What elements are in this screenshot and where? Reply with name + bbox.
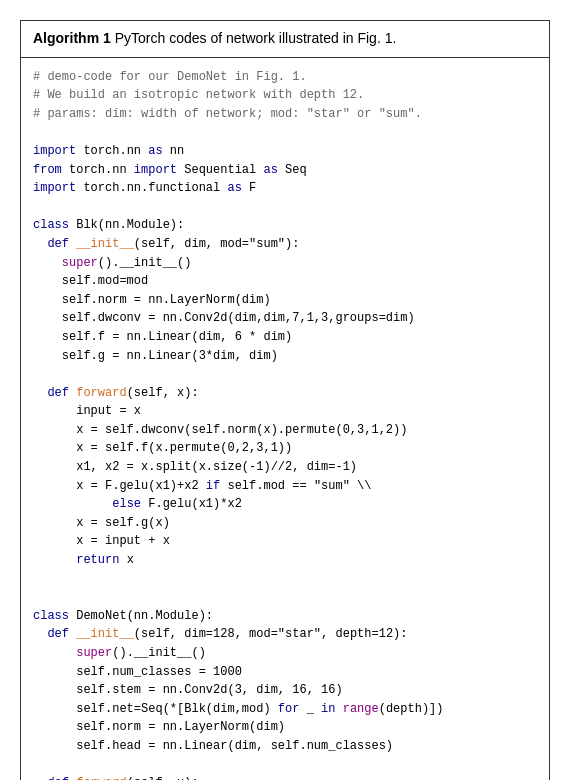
blk-g: self.g = nn.Linear(3*dim, dim) <box>62 349 278 363</box>
blk-x4b: else F.gelu(x1)*x2 <box>62 497 242 511</box>
blk-x2: x = self.f(x.permute(0,2,3,1)) <box>62 441 292 455</box>
blk-init-def: def __init__(self, dim, mod="sum"): <box>47 237 299 251</box>
demonet-init-def: def __init__(self, dim=128, mod="star", … <box>47 627 407 641</box>
blk-super: super().__init__() <box>62 256 192 270</box>
demonet-stem: self.stem = nn.Conv2d(3, dim, 16, 16) <box>62 683 343 697</box>
import-3: import torch.nn.functional as F <box>33 181 256 195</box>
blk-mod: self.mod=mod <box>62 274 148 288</box>
class-blk: class Blk(nn.Module): <box>33 218 184 232</box>
blk-input: input = x <box>62 404 141 418</box>
blk-return: return x <box>62 553 134 567</box>
blk-x4: x = F.gelu(x1)+x2 if self.mod == "sum" \… <box>62 479 372 493</box>
blk-x1: x = self.dwconv(self.norm(x).permute(0,3… <box>62 423 408 437</box>
comment-1: # demo-code for our DemoNet in Fig. 1. <box>33 70 307 84</box>
algorithm-header: Algorithm 1 PyTorch codes of network ill… <box>21 21 549 58</box>
demonet-head: self.head = nn.Linear(dim, self.num_clas… <box>62 739 393 753</box>
demonet-forward-def: def forward(self, x): <box>47 776 198 780</box>
blk-f: self.f = nn.Linear(dim, 6 * dim) <box>62 330 292 344</box>
blk-x6: x = input + x <box>62 534 170 548</box>
code-block: # demo-code for our DemoNet in Fig. 1. #… <box>21 58 549 780</box>
blk-x5: x = self.g(x) <box>62 516 170 530</box>
algo-label: Algorithm 1 <box>33 30 111 46</box>
comment-2: # We build an isotropic network with dep… <box>33 88 364 102</box>
blk-norm: self.norm = nn.LayerNorm(dim) <box>62 293 271 307</box>
blk-dwconv: self.dwconv = nn.Conv2d(dim,dim,7,1,3,gr… <box>62 311 415 325</box>
demonet-super: super().__init__() <box>62 646 206 660</box>
demonet-numclasses: self.num_classes = 1000 <box>62 665 242 679</box>
demonet-net: self.net=Seq(*[Blk(dim,mod) for _ in ran… <box>62 702 444 716</box>
class-demonet: class DemoNet(nn.Module): <box>33 609 213 623</box>
import-1: import torch.nn as nn <box>33 144 184 158</box>
blk-x3: x1, x2 = x.split(x.size(-1)//2, dim=-1) <box>62 460 357 474</box>
demonet-norm: self.norm = nn.LayerNorm(dim) <box>62 720 285 734</box>
algorithm-box: Algorithm 1 PyTorch codes of network ill… <box>20 20 550 780</box>
comment-3: # params: dim: width of network; mod: "s… <box>33 107 422 121</box>
import-2: from torch.nn import Sequential as Seq <box>33 163 307 177</box>
blk-forward-def: def forward(self, x): <box>47 386 198 400</box>
algo-title: PyTorch codes of network illustrated in … <box>115 30 397 46</box>
